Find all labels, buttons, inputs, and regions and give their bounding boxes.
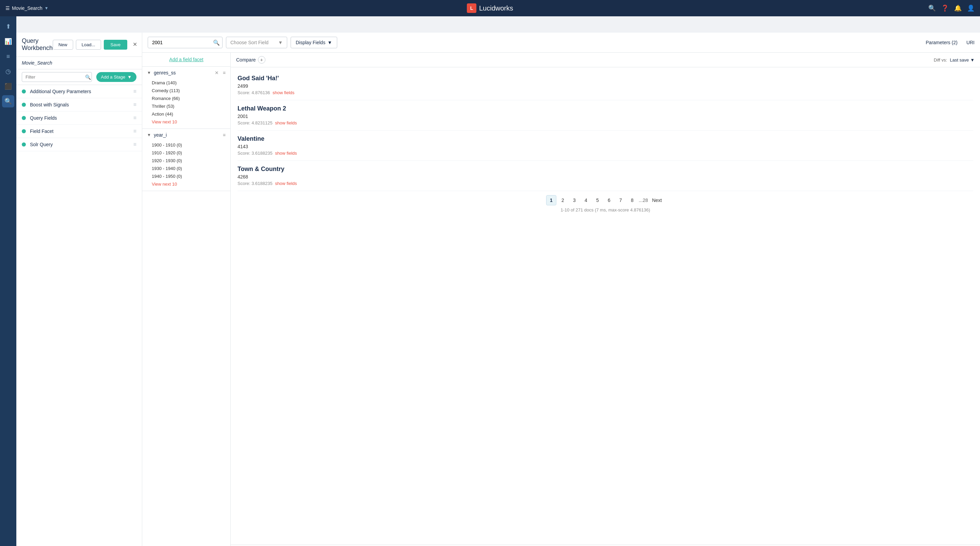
drag-handle-icon: ≡ bbox=[134, 88, 137, 95]
result-title: Valentine bbox=[237, 135, 973, 143]
load-button[interactable]: Load... bbox=[76, 40, 101, 50]
facet-items-genres: Drama (140) Comedy (113) Romance (66) Th… bbox=[142, 79, 231, 129]
page-next-button[interactable]: Next bbox=[649, 197, 665, 203]
parameters-link[interactable]: Parameters (2) bbox=[926, 40, 958, 45]
collection-header: Movie_Search bbox=[16, 57, 142, 69]
facet-item[interactable]: Romance (66) bbox=[152, 95, 226, 102]
diff-dropdown[interactable]: Last save ▼ bbox=[950, 57, 975, 63]
stage-name: Query Fields bbox=[30, 115, 134, 121]
view-next-genres[interactable]: View next 10 bbox=[152, 118, 226, 126]
result-title: Town & Country bbox=[237, 165, 973, 173]
page-7-button[interactable]: 7 bbox=[616, 195, 626, 205]
sidebar-search[interactable]: 🔍 bbox=[2, 95, 14, 108]
facet-item[interactable]: Thriller (53) bbox=[152, 102, 226, 110]
stage-name: Boost with Signals bbox=[30, 102, 134, 108]
facet-item[interactable]: 1920 - 1930 (0) bbox=[152, 157, 226, 165]
stage-name: Additional Query Parameters bbox=[30, 89, 134, 94]
sidebar-rules[interactable]: ⬛ bbox=[2, 80, 14, 92]
logo-icon: L bbox=[467, 3, 476, 13]
show-fields-link[interactable]: show fields bbox=[275, 151, 297, 156]
drag-handle-icon: ≡ bbox=[134, 128, 137, 134]
results-panel: Compare + Diff vs: Last save ▼ God Sa bbox=[231, 53, 980, 546]
close-button[interactable]: ✕ bbox=[130, 40, 140, 49]
result-score: Score: 3.6188235 show fields bbox=[237, 151, 973, 156]
result-item-2: Valentine 4143 Score: 3.6188235 show fie… bbox=[237, 130, 973, 161]
sidebar-analytics[interactable]: 📊 bbox=[2, 35, 14, 48]
workbench-panel: Query Workbench New Load... Save ✕ Movie… bbox=[16, 33, 142, 546]
header-actions: New Load... Save ✕ bbox=[53, 40, 140, 50]
show-fields-link[interactable]: show fields bbox=[272, 90, 294, 95]
facet-item[interactable]: 1900 - 1910 (0) bbox=[152, 141, 226, 149]
app-title[interactable]: ☰ Movie_Search ▼ bbox=[5, 5, 48, 11]
save-button[interactable]: Save bbox=[104, 40, 127, 50]
facet-close-icon[interactable]: ✕ bbox=[215, 70, 219, 76]
user-icon[interactable]: 👤 bbox=[967, 5, 975, 12]
view-next-year[interactable]: View next 10 bbox=[152, 180, 226, 188]
workbench-title: Query Workbench bbox=[22, 37, 53, 52]
stage-item[interactable]: Boost with Signals ≡ bbox=[16, 98, 142, 111]
facet-items-year: 1900 - 1910 (0) 1910 - 1920 (0) 1920 - 1… bbox=[142, 141, 231, 191]
search-toolbar: 🔍 Choose Sort Field ▼ Display Fields ▼ P… bbox=[142, 33, 980, 53]
facet-item[interactable]: 1910 - 1920 (0) bbox=[152, 149, 226, 157]
sidebar-signals[interactable]: ◷ bbox=[2, 65, 14, 78]
content-area: 🔍 Choose Sort Field ▼ Display Fields ▼ P… bbox=[142, 33, 980, 546]
uri-link[interactable]: URI bbox=[966, 40, 975, 45]
facet-menu-icon[interactable]: ≡ bbox=[223, 70, 226, 76]
page-4-button[interactable]: 4 bbox=[581, 195, 591, 205]
compare-label: Compare bbox=[236, 57, 256, 63]
new-button[interactable]: New bbox=[53, 40, 73, 50]
add-stage-button[interactable]: Add a Stage ▼ bbox=[96, 72, 137, 82]
page-3-button[interactable]: 3 bbox=[569, 195, 579, 205]
add-field-facet-button[interactable]: Add a field facet bbox=[142, 53, 231, 67]
facet-item[interactable]: 1940 - 1950 (0) bbox=[152, 172, 226, 180]
facet-header-year[interactable]: ▼ year_i ≡ bbox=[142, 129, 231, 141]
result-id: 2499 bbox=[237, 83, 973, 89]
facet-menu-icon[interactable]: ≡ bbox=[223, 132, 226, 138]
compare-button[interactable]: Compare + bbox=[236, 56, 266, 63]
main-layout: ⬆ 📊 ≡ ◷ ⬛ 🔍 Query Workbench New Load... … bbox=[16, 33, 980, 546]
search-icon[interactable]: 🔍 bbox=[928, 5, 936, 12]
stage-item[interactable]: Query Fields ≡ bbox=[16, 111, 142, 125]
page-1-button[interactable]: 1 bbox=[546, 195, 556, 205]
search-input[interactable] bbox=[148, 37, 223, 48]
facet-item[interactable]: Action (44) bbox=[152, 110, 226, 118]
page-2-button[interactable]: 2 bbox=[558, 195, 568, 205]
display-fields-button[interactable]: Display Fields ▼ bbox=[291, 37, 337, 48]
show-fields-link[interactable]: show fields bbox=[275, 181, 297, 186]
compare-plus-icon: + bbox=[258, 56, 266, 63]
facet-item[interactable]: Comedy (113) bbox=[152, 87, 226, 95]
sidebar-home[interactable]: ⬆ bbox=[2, 21, 14, 33]
page-6-button[interactable]: 6 bbox=[604, 195, 614, 205]
display-fields-chevron-icon: ▼ bbox=[327, 40, 332, 45]
page-8-button[interactable]: 8 bbox=[627, 195, 637, 205]
facet-item[interactable]: 1930 - 1940 (0) bbox=[152, 165, 226, 172]
stage-item[interactable]: Additional Query Parameters ≡ bbox=[16, 85, 142, 98]
result-id: 4268 bbox=[237, 174, 973, 179]
display-fields-label: Display Fields bbox=[296, 40, 325, 45]
result-score: Score: 4.876136 show fields bbox=[237, 90, 973, 95]
results-count: 1-10 of 271 docs (7 ms, max-score 4.8761… bbox=[237, 207, 973, 215]
stage-item[interactable]: Solr Query ≡ bbox=[16, 138, 142, 151]
sort-field-select[interactable]: Choose Sort Field ▼ bbox=[226, 37, 287, 48]
pagination: 1 2 3 4 5 6 7 8 ...28 Next bbox=[237, 191, 973, 207]
sidebar-collections[interactable]: ≡ bbox=[2, 50, 14, 63]
help-icon[interactable]: ❓ bbox=[941, 5, 949, 12]
result-score: Score: 4.8231125 show fields bbox=[237, 121, 973, 125]
facet-header-genres[interactable]: ▼ genres_ss ✕ ≡ bbox=[142, 67, 231, 79]
sort-field-chevron-icon: ▼ bbox=[278, 40, 283, 45]
content-panels: Add a field facet ▼ genres_ss ✕ ≡ Drama … bbox=[142, 53, 980, 546]
facet-item[interactable]: Drama (140) bbox=[152, 79, 226, 87]
diff-vs: Diff vs: Last save ▼ bbox=[934, 57, 975, 63]
stage-item[interactable]: Field Facet ≡ bbox=[16, 125, 142, 138]
result-item-3: Town & Country 4268 Score: 3.6188235 sho… bbox=[237, 161, 973, 191]
nav-left: ☰ Movie_Search ▼ bbox=[5, 5, 48, 11]
notifications-icon[interactable]: 🔔 bbox=[954, 5, 962, 12]
facet-section-year: ▼ year_i ≡ 1900 - 1910 (0) 1910 - 1920 (… bbox=[142, 129, 231, 191]
chevron-down-icon: ▼ bbox=[45, 6, 49, 11]
result-item-0: God Said 'Ha!' 2499 Score: 4.876136 show… bbox=[237, 70, 973, 100]
show-fields-link[interactable]: show fields bbox=[275, 121, 297, 125]
search-submit-button[interactable]: 🔍 bbox=[212, 38, 221, 47]
page-5-button[interactable]: 5 bbox=[592, 195, 603, 205]
filter-input[interactable] bbox=[22, 72, 92, 82]
result-score: Score: 3.6188235 show fields bbox=[237, 181, 973, 186]
